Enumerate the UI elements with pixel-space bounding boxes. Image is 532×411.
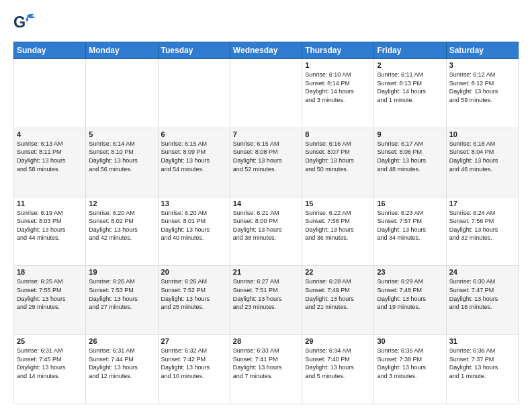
calendar-cell: 9Sunrise: 6:17 AM Sunset: 8:06 PM Daylig… (374, 128, 446, 197)
col-header-sunday: Sunday (14, 42, 86, 59)
day-info: Sunrise: 6:20 AM Sunset: 8:02 PM Dayligh… (89, 209, 154, 242)
day-number: 19 (89, 268, 154, 276)
calendar-cell: 17Sunrise: 6:24 AM Sunset: 7:56 PM Dayli… (446, 197, 518, 266)
col-header-tuesday: Tuesday (158, 42, 230, 59)
calendar-cell: 11Sunrise: 6:19 AM Sunset: 8:03 PM Dayli… (14, 197, 86, 266)
day-info: Sunrise: 6:27 AM Sunset: 7:51 PM Dayligh… (233, 277, 299, 311)
day-info: Sunrise: 6:14 AM Sunset: 8:10 PM Dayligh… (89, 140, 154, 173)
day-info: Sunrise: 6:19 AM Sunset: 8:03 PM Dayligh… (17, 209, 83, 242)
day-info: Sunrise: 6:22 AM Sunset: 7:58 PM Dayligh… (305, 209, 371, 242)
calendar-cell: 27Sunrise: 6:32 AM Sunset: 7:42 PM Dayli… (158, 335, 230, 404)
page: G SundayMondayTuesdayWednesdayThursdayFr… (0, 0, 532, 411)
week-row-3: 18Sunrise: 6:25 AM Sunset: 7:55 PM Dayli… (14, 266, 519, 335)
col-header-thursday: Thursday (302, 42, 374, 59)
logo: G (13, 11, 40, 35)
day-number: 25 (17, 337, 83, 345)
day-number: 27 (161, 337, 227, 345)
day-number: 26 (89, 337, 154, 345)
day-info: Sunrise: 6:15 AM Sunset: 8:09 PM Dayligh… (161, 140, 227, 173)
day-info: Sunrise: 6:10 AM Sunset: 8:14 PM Dayligh… (305, 71, 371, 104)
day-number: 13 (161, 199, 227, 208)
logo-icon: G (13, 11, 38, 35)
calendar-cell: 21Sunrise: 6:27 AM Sunset: 7:51 PM Dayli… (230, 266, 302, 335)
calendar-cell: 30Sunrise: 6:35 AM Sunset: 7:38 PM Dayli… (374, 335, 446, 404)
week-row-4: 25Sunrise: 6:31 AM Sunset: 7:45 PM Dayli… (14, 335, 519, 404)
day-info: Sunrise: 6:31 AM Sunset: 7:45 PM Dayligh… (17, 347, 83, 380)
day-info: Sunrise: 6:23 AM Sunset: 7:57 PM Dayligh… (377, 209, 443, 242)
day-number: 11 (17, 199, 83, 208)
day-number: 6 (161, 130, 227, 138)
day-number: 20 (161, 268, 227, 276)
day-number: 31 (449, 337, 515, 345)
col-header-monday: Monday (86, 42, 158, 59)
day-info: Sunrise: 6:30 AM Sunset: 7:47 PM Dayligh… (449, 277, 515, 311)
col-header-wednesday: Wednesday (230, 42, 302, 59)
day-info: Sunrise: 6:31 AM Sunset: 7:44 PM Dayligh… (89, 347, 154, 380)
day-number: 24 (449, 268, 515, 276)
day-number: 7 (233, 130, 299, 138)
calendar-cell: 13Sunrise: 6:20 AM Sunset: 8:01 PM Dayli… (158, 197, 230, 266)
calendar-cell: 10Sunrise: 6:18 AM Sunset: 8:04 PM Dayli… (446, 128, 518, 197)
day-info: Sunrise: 6:25 AM Sunset: 7:55 PM Dayligh… (17, 277, 83, 311)
calendar-cell: 31Sunrise: 6:36 AM Sunset: 7:37 PM Dayli… (446, 335, 518, 404)
calendar-cell: 15Sunrise: 6:22 AM Sunset: 7:58 PM Dayli… (302, 197, 374, 266)
calendar-header-row: SundayMondayTuesdayWednesdayThursdayFrid… (14, 42, 519, 59)
day-info: Sunrise: 6:24 AM Sunset: 7:56 PM Dayligh… (449, 209, 515, 242)
day-info: Sunrise: 6:21 AM Sunset: 8:00 PM Dayligh… (233, 209, 299, 242)
calendar-cell: 2Sunrise: 6:11 AM Sunset: 8:13 PM Daylig… (374, 59, 446, 128)
day-info: Sunrise: 6:36 AM Sunset: 7:37 PM Dayligh… (449, 347, 515, 380)
calendar-cell: 12Sunrise: 6:20 AM Sunset: 8:02 PM Dayli… (86, 197, 158, 266)
calendar-table: SundayMondayTuesdayWednesdayThursdayFrid… (13, 42, 519, 404)
calendar-cell: 14Sunrise: 6:21 AM Sunset: 8:00 PM Dayli… (230, 197, 302, 266)
calendar-cell: 6Sunrise: 6:15 AM Sunset: 8:09 PM Daylig… (158, 128, 230, 197)
day-info: Sunrise: 6:28 AM Sunset: 7:49 PM Dayligh… (305, 277, 371, 311)
week-row-2: 11Sunrise: 6:19 AM Sunset: 8:03 PM Dayli… (14, 197, 519, 266)
calendar-cell: 18Sunrise: 6:25 AM Sunset: 7:55 PM Dayli… (14, 266, 86, 335)
day-number: 30 (377, 337, 443, 345)
day-info: Sunrise: 6:16 AM Sunset: 8:07 PM Dayligh… (305, 140, 371, 173)
day-info: Sunrise: 6:13 AM Sunset: 8:11 PM Dayligh… (17, 140, 83, 173)
calendar-cell: 20Sunrise: 6:26 AM Sunset: 7:52 PM Dayli… (158, 266, 230, 335)
col-header-friday: Friday (374, 42, 446, 59)
day-info: Sunrise: 6:11 AM Sunset: 8:13 PM Dayligh… (377, 71, 443, 104)
day-number: 4 (17, 130, 83, 138)
calendar-cell (14, 59, 86, 128)
calendar-cell: 24Sunrise: 6:30 AM Sunset: 7:47 PM Dayli… (446, 266, 518, 335)
calendar-cell (158, 59, 230, 128)
calendar-cell: 28Sunrise: 6:33 AM Sunset: 7:41 PM Dayli… (230, 335, 302, 404)
week-row-1: 4Sunrise: 6:13 AM Sunset: 8:11 PM Daylig… (14, 128, 519, 197)
day-info: Sunrise: 6:12 AM Sunset: 8:12 PM Dayligh… (449, 71, 515, 104)
day-info: Sunrise: 6:33 AM Sunset: 7:41 PM Dayligh… (233, 347, 299, 380)
day-number: 12 (89, 199, 154, 208)
svg-text:G: G (13, 13, 26, 31)
day-number: 28 (233, 337, 299, 345)
day-number: 21 (233, 268, 299, 276)
calendar-cell: 4Sunrise: 6:13 AM Sunset: 8:11 PM Daylig… (14, 128, 86, 197)
day-number: 22 (305, 268, 371, 276)
calendar-cell: 5Sunrise: 6:14 AM Sunset: 8:10 PM Daylig… (86, 128, 158, 197)
day-info: Sunrise: 6:15 AM Sunset: 8:08 PM Dayligh… (233, 140, 299, 173)
day-number: 23 (377, 268, 443, 276)
week-row-0: 1Sunrise: 6:10 AM Sunset: 8:14 PM Daylig… (14, 59, 519, 128)
day-number: 14 (233, 199, 299, 208)
calendar-cell (230, 59, 302, 128)
day-info: Sunrise: 6:26 AM Sunset: 7:53 PM Dayligh… (89, 277, 154, 311)
calendar-cell: 8Sunrise: 6:16 AM Sunset: 8:07 PM Daylig… (302, 128, 374, 197)
calendar-cell: 26Sunrise: 6:31 AM Sunset: 7:44 PM Dayli… (86, 335, 158, 404)
calendar-cell: 1Sunrise: 6:10 AM Sunset: 8:14 PM Daylig… (302, 59, 374, 128)
day-number: 16 (377, 199, 443, 208)
day-info: Sunrise: 6:18 AM Sunset: 8:04 PM Dayligh… (449, 140, 515, 173)
day-number: 15 (305, 199, 371, 208)
header: G (13, 11, 519, 35)
day-info: Sunrise: 6:29 AM Sunset: 7:48 PM Dayligh… (377, 277, 443, 311)
calendar-cell: 3Sunrise: 6:12 AM Sunset: 8:12 PM Daylig… (446, 59, 518, 128)
calendar-cell: 19Sunrise: 6:26 AM Sunset: 7:53 PM Dayli… (86, 266, 158, 335)
calendar-cell: 22Sunrise: 6:28 AM Sunset: 7:49 PM Dayli… (302, 266, 374, 335)
day-number: 1 (305, 61, 371, 69)
day-info: Sunrise: 6:20 AM Sunset: 8:01 PM Dayligh… (161, 209, 227, 242)
day-number: 8 (305, 130, 371, 138)
day-info: Sunrise: 6:32 AM Sunset: 7:42 PM Dayligh… (161, 347, 227, 380)
day-number: 29 (305, 337, 371, 345)
day-number: 3 (449, 61, 515, 69)
day-info: Sunrise: 6:34 AM Sunset: 7:40 PM Dayligh… (305, 347, 371, 380)
